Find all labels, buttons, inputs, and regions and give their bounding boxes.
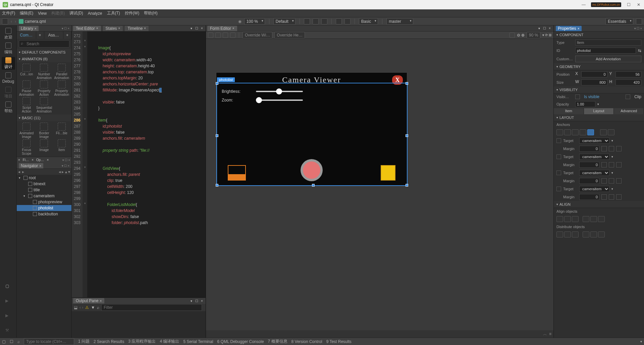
album-icon[interactable] [381,165,395,181]
anchor-target-0[interactable]: cameraitem [579,138,609,144]
assets-tab[interactable]: Ass… [44,31,64,39]
nav-item-root[interactable]: ▾root [17,175,71,181]
sb-serial[interactable]: 5 Serial Terminal [183,339,213,344]
sb-appout[interactable]: 3 应用程序输出 [128,339,156,344]
form-zoom-tool[interactable] [509,32,515,38]
subtab-item[interactable]: Item [554,108,584,114]
photo-icon[interactable] [228,165,246,181]
component-item[interactable]: Parallel Animation [53,64,70,80]
nav-tool-1[interactable]: ◂ [18,169,20,174]
clip-checkbox[interactable] [626,94,630,99]
menu-edit[interactable]: 编辑(E) [20,10,33,16]
anchor-right[interactable] [580,129,586,135]
anchor-margin-1[interactable]: 0 [579,162,599,168]
brightness-slider[interactable] [256,91,303,92]
override-width[interactable]: Override Wi… [243,32,272,39]
bottom-icon-1[interactable]: ▢ [2,281,15,293]
form-tool-1[interactable] [208,32,213,38]
component-item[interactable]: Fli…ble [53,123,70,139]
sb-search[interactable]: 2 Search Results [94,339,124,344]
prop-y[interactable]: 56 [615,71,642,77]
anchor-hcenter[interactable] [608,129,614,135]
locator-input[interactable] [24,338,74,345]
mode-projects[interactable]: 项目 [2,86,15,99]
component-item[interactable]: Col…ion [18,64,35,80]
branch-dropdown[interactable]: master [386,18,413,25]
section-layout[interactable]: LAYOUT [554,114,644,121]
anchor-enable-1[interactable] [556,154,561,159]
nav-item-btnexit[interactable]: btnexit [17,181,71,187]
subtab-layout[interactable]: Layout [584,108,614,114]
tab-open[interactable]: Op… [35,158,45,162]
tb-align-1[interactable] [336,18,342,24]
section-visibility[interactable]: VISIBILITY [554,86,644,93]
prop-w[interactable]: 800 [581,79,607,85]
close-button[interactable]: ✕ [636,2,641,7]
active-file[interactable]: camera.qml [19,19,46,24]
toolbar-icon-1[interactable] [2,18,8,24]
sb-icon-2[interactable]: ☐ [10,339,13,344]
style-dropdown[interactable]: Default [273,18,296,25]
mode-edit[interactable]: 编辑 [2,42,15,55]
anchor-enable-2[interactable] [556,170,561,175]
menu-file[interactable]: 文件(F) [2,10,15,16]
library-tab[interactable]: Library× [19,26,39,31]
design-canvas[interactable]: X Camera Viewer photolist Brigh [206,39,553,330]
anchor-target-3[interactable]: cameraitem [579,186,609,192]
code-editor[interactable]: 2722732742752762772782792802812822832842… [72,31,206,297]
sb-compile[interactable]: 4 编译输出 [160,339,179,344]
anchor-target-2[interactable]: cameraitem [579,170,609,176]
section-animation[interactable]: ANIMATION (8) [17,56,71,62]
visible-checkbox[interactable] [575,94,580,99]
section-basic[interactable]: BASIC (11) [17,115,71,121]
sb-general[interactable]: 7 概要信息 [268,339,287,344]
anchor-margin-0[interactable]: 0 [579,146,599,152]
tb-align-2[interactable] [344,18,351,24]
anchor-vcenter[interactable] [600,129,607,135]
tab-states[interactable]: States× [103,26,123,31]
maximize-button[interactable]: ☐ [626,2,631,7]
zoom-slider[interactable] [256,99,303,101]
subtab-advanced[interactable]: Advanced [614,108,644,114]
properties-tab[interactable]: Properties× [556,26,582,31]
section-geometry[interactable]: GEOMETRY [554,63,644,70]
section-align[interactable]: ALIGN [554,201,644,208]
anchor-enable-0[interactable] [556,138,561,143]
nav-item-photolist[interactable]: photolist [17,205,71,211]
components-tab[interactable]: Com… [17,31,36,39]
component-item[interactable]: Border Image [36,123,52,139]
menu-debug[interactable]: 调试(D) [69,10,83,16]
anchor-margin-3[interactable]: 0 [579,194,599,200]
add-annotation-button[interactable]: Add Annotation [575,56,641,62]
tb-layout-1[interactable] [304,18,310,24]
section-default[interactable]: DEFAULT COMPONENTS [17,49,71,56]
menu-tools[interactable]: 工具(T) [107,10,120,16]
prop-h[interactable]: 420 [615,79,642,85]
mode-debug[interactable]: Debug [2,72,15,84]
menu-help[interactable]: 帮助(H) [144,10,158,16]
sb-tests[interactable]: 9 Test Results [326,339,352,344]
component-item[interactable]: Pause Animation [18,80,35,96]
anchor-target-1[interactable]: cameraitem [579,154,609,160]
anchor-fill[interactable] [587,129,594,135]
nav-tool-2[interactable]: ▸ [22,169,24,174]
minimize-button[interactable]: — [581,2,586,7]
navigator-tab[interactable]: Navigator× [19,163,43,168]
tb-settings[interactable] [636,18,642,24]
issues-icon[interactable]: ⬓ [74,305,77,310]
output-tab[interactable]: Output Pane× [73,298,104,303]
form-footer-menu[interactable]: ≡ [549,332,551,336]
tb-layout-2[interactable] [313,18,319,24]
filter-icon[interactable]: ▼ [91,305,95,310]
nav-item-title[interactable]: title [17,187,71,193]
sb-issues[interactable]: 1 问题 [78,339,90,344]
prop-opacity[interactable]: 1.00 [575,101,595,107]
form-tool-3[interactable] [223,32,228,38]
form-zoom[interactable]: 90 % [527,32,540,39]
add-assets[interactable]: + [63,31,71,39]
mode-help[interactable]: 帮助 [2,101,15,114]
zoom-dropdown[interactable]: 100 % [244,18,265,25]
mode-design[interactable]: 设计 [2,57,15,70]
component-item[interactable]: Animated Image [18,123,35,139]
nav-item-photopreview[interactable]: photopreview [17,199,71,205]
